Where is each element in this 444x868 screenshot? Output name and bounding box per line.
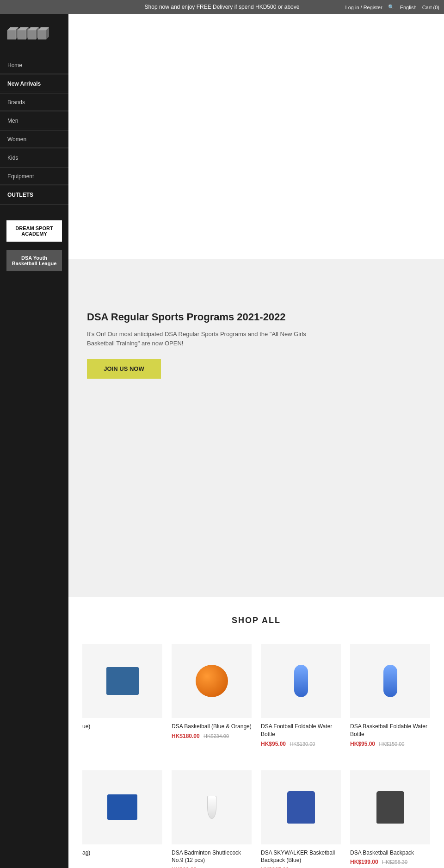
product-name: DSA SKYWALKER Basketball Backpack (Blue) (261, 849, 341, 865)
product-card[interactable]: DSA Basketball Backpack HK$199.00 HK$258… (345, 766, 435, 868)
product-image (350, 644, 430, 718)
original-price: HK$234.00 (204, 733, 229, 739)
product-card[interactable]: DSA Basketball (Blue & Orange) HK$180.00… (167, 639, 256, 756)
product-thumbnail (106, 667, 139, 695)
product-grid-row2: ag) DSA Badminton Shuttlecock No.9 (12 p… (78, 766, 435, 868)
sidebar-item-outlets[interactable]: OUTLETS (0, 187, 68, 203)
product-card[interactable]: ag) (78, 766, 167, 868)
product-image (350, 770, 430, 844)
svg-rect-6 (28, 30, 36, 39)
dream-sport-academy-button[interactable]: DREAM SPORT ACADEMY (6, 220, 62, 242)
product-thumbnail (376, 791, 404, 824)
programs-image-area (68, 435, 444, 597)
product-thumbnail (287, 791, 315, 824)
sale-price: HK$95.00 (261, 741, 286, 747)
product-card[interactable]: DSA Badminton Shuttlecock No.9 (12 pcs) … (167, 766, 256, 868)
logo-area[interactable] (0, 19, 68, 57)
brand-logo (6, 23, 53, 46)
sale-price: HK$180.00 (172, 733, 200, 739)
product-card[interactable]: ue) (78, 639, 167, 756)
svg-rect-0 (7, 30, 16, 39)
original-price: HK$150.00 (379, 741, 404, 747)
cart-link[interactable]: Cart (0) (422, 4, 439, 10)
product-thumbnail (207, 796, 216, 819)
product-name: DSA Football Foldable Water Bottle (261, 723, 341, 738)
sidebar-item-men[interactable]: Men (0, 113, 68, 129)
shop-all-section: SHOP ALL ue) DSA Basketball (Blue & Oran… (68, 597, 444, 868)
sidebar-item-kids[interactable]: Kids (0, 150, 68, 166)
product-name: ue) (82, 723, 162, 731)
sale-price: HK$199.00 (350, 859, 378, 865)
product-name: DSA Badminton Shuttlecock No.9 (12 pcs) (172, 849, 252, 865)
product-image (172, 770, 252, 844)
announcement-bar: Shop now and enjoy FREE Delivery if spen… (0, 0, 444, 14)
product-price: HK$199.00 HK$258.30 (350, 859, 430, 865)
product-thumbnail (196, 665, 228, 697)
product-thumbnail (383, 665, 397, 697)
join-us-button[interactable]: JOIN US NOW (87, 359, 161, 379)
product-thumbnail (294, 665, 308, 697)
shop-all-title: SHOP ALL (78, 616, 435, 625)
product-image (261, 644, 341, 718)
original-price: HK$130.00 (290, 741, 315, 747)
product-thumbnail (107, 794, 137, 820)
hero-banner (68, 14, 444, 259)
sidebar: Home New Arrivals Brands Men Women Kids … (0, 14, 68, 868)
product-image (172, 644, 252, 718)
product-price: HK$95.00 HK$150.00 (350, 741, 430, 747)
product-grid-row1: ue) DSA Basketball (Blue & Orange) HK$18… (78, 639, 435, 756)
language-selector[interactable]: English (400, 4, 417, 10)
login-register-link[interactable]: Log in / Register (345, 4, 382, 10)
svg-rect-9 (38, 30, 46, 39)
programs-description: It's On! Our most anticipated DSA Regula… (87, 330, 318, 348)
product-name: DSA Basketball Backpack (350, 849, 430, 857)
product-name: ag) (82, 849, 162, 857)
main-content: DSA Regular Sports Programs 2021-2022 It… (68, 14, 444, 868)
product-image (82, 644, 162, 718)
sidebar-item-brands[interactable]: Brands (0, 94, 68, 111)
product-price: HK$95.00 HK$130.00 (261, 741, 341, 747)
product-price: HK$180.00 HK$234.00 (172, 733, 252, 739)
sale-price: HK$95.00 (350, 741, 375, 747)
product-image (261, 770, 341, 844)
sidebar-item-home[interactable]: Home (0, 57, 68, 74)
product-name: DSA Basketball Foldable Water Bottle (350, 723, 430, 738)
product-card[interactable]: DSA Football Foldable Water Bottle HK$95… (256, 639, 345, 756)
sidebar-item-equipment[interactable]: Equipment (0, 169, 68, 185)
dsa-youth-basketball-button[interactable]: DSA Youth Basketball League (6, 250, 62, 271)
search-icon[interactable]: 🔍 (388, 4, 395, 10)
product-name: DSA Basketball (Blue & Orange) (172, 723, 252, 731)
product-card[interactable]: DSA SKYWALKER Basketball Backpack (Blue)… (256, 766, 345, 868)
sidebar-item-women[interactable]: Women (0, 131, 68, 148)
svg-rect-3 (18, 30, 26, 39)
sidebar-item-new-arrivals[interactable]: New Arrivals (0, 76, 68, 92)
product-image (82, 770, 162, 844)
original-price: HK$258.30 (382, 859, 407, 865)
programs-title: DSA Regular Sports Programs 2021-2022 (87, 311, 426, 323)
product-card[interactable]: DSA Basketball Foldable Water Bottle HK$… (345, 639, 435, 756)
announcement-text: Shop now and enjoy FREE Delivery if spen… (145, 4, 300, 10)
programs-section: DSA Regular Sports Programs 2021-2022 It… (68, 259, 444, 435)
